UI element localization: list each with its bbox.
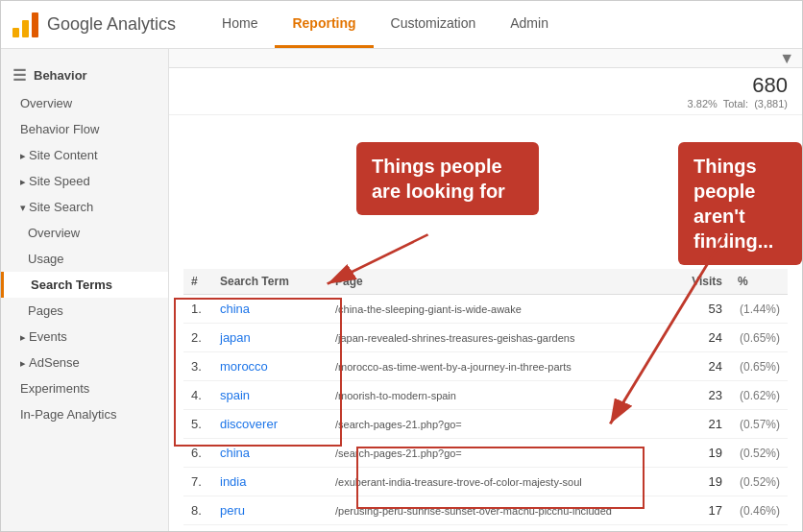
cell-term[interactable]: peru bbox=[212, 496, 328, 525]
header: Google Analytics Home Reporting Customiz… bbox=[1, 1, 802, 49]
cell-num: 5. bbox=[183, 410, 212, 439]
sidebar-section-label: Behavior bbox=[34, 68, 87, 83]
cell-pct: (0.46%) bbox=[730, 496, 788, 525]
cell-num: 3. bbox=[183, 352, 212, 381]
cell-num: 7. bbox=[183, 468, 212, 496]
cell-page: /exuberant-india-treasure-trove-of-color… bbox=[328, 468, 684, 496]
table-row: 3. morocco /morocco-as-time-went-by-a-jo… bbox=[183, 352, 788, 381]
callout-not-finding: Things people aren't finding... bbox=[678, 142, 802, 265]
cell-visits: 24 bbox=[684, 324, 730, 352]
sidebar-item-usage[interactable]: Usage bbox=[1, 246, 168, 272]
sidebar-item-site-content[interactable]: Site Content bbox=[1, 142, 168, 168]
sidebar-item-overview[interactable]: Overview bbox=[1, 90, 168, 116]
cell-visits: 23 bbox=[684, 381, 730, 410]
table-row: 4. spain /moorish-to-modern-spain 23 (0.… bbox=[183, 381, 788, 410]
data-table: # Search Term Page Visits % 1. china /ch… bbox=[183, 269, 788, 525]
cell-term[interactable]: discoverer bbox=[212, 410, 328, 439]
scroll-down-icon: ▼ bbox=[779, 50, 794, 67]
table-area: Things people are looking for Things peo… bbox=[169, 115, 802, 532]
col-page: Page bbox=[328, 269, 684, 295]
cell-term[interactable]: japan bbox=[212, 324, 328, 352]
stats-block: 680 3.82% Total: (3,881) bbox=[688, 73, 788, 109]
table-header-row: # Search Term Page Visits % bbox=[183, 269, 788, 295]
sidebar-item-search-terms[interactable]: Search Terms bbox=[1, 272, 168, 298]
sidebar-item-search-overview[interactable]: Overview bbox=[1, 220, 168, 246]
cell-term[interactable]: india bbox=[212, 468, 328, 496]
sidebar-item-adsense[interactable]: AdSense bbox=[1, 350, 168, 375]
cell-visits: 19 bbox=[684, 468, 730, 496]
sidebar-item-site-search[interactable]: Site Search bbox=[1, 194, 168, 220]
cell-num: 1. bbox=[183, 295, 212, 324]
cell-term[interactable]: china bbox=[212, 295, 328, 324]
logo-icon bbox=[11, 11, 39, 39]
callout-looking-for: Things people are looking for bbox=[356, 142, 539, 215]
svg-rect-1 bbox=[22, 20, 29, 37]
layout: ☰ Behavior Overview Behavior Flow Site C… bbox=[1, 49, 802, 532]
nav-customization[interactable]: Customization bbox=[374, 1, 494, 48]
sidebar-section-behavior: ☰ Behavior Overview Behavior Flow Site C… bbox=[1, 57, 168, 431]
cell-num: 8. bbox=[183, 496, 212, 525]
svg-rect-0 bbox=[12, 28, 19, 37]
sidebar-item-experiments[interactable]: Experiments bbox=[1, 375, 168, 401]
collapse-icon[interactable]: ☰ bbox=[12, 66, 26, 85]
table-row: 2. japan /japan-revealed-shrines-treasur… bbox=[183, 324, 788, 352]
sidebar-item-behavior-flow[interactable]: Behavior Flow bbox=[1, 116, 168, 142]
cell-visits: 24 bbox=[684, 352, 730, 381]
cell-pct: (0.62%) bbox=[730, 381, 788, 410]
cell-page: /japan-revealed-shrines-treasures-geisha… bbox=[328, 324, 684, 352]
cell-page: /search-pages-21.php?go= bbox=[328, 439, 684, 468]
col-search-term: Search Term bbox=[212, 269, 328, 295]
cell-pct: (0.65%) bbox=[730, 324, 788, 352]
logo: Google Analytics bbox=[11, 11, 176, 39]
cell-page: /china-the-sleeping-giant-is-wide-awake bbox=[328, 295, 684, 324]
table-row: 1. china /china-the-sleeping-giant-is-wi… bbox=[183, 295, 788, 324]
scroll-hint: ▼ bbox=[169, 49, 802, 68]
cell-term[interactable]: morocco bbox=[212, 352, 328, 381]
main-content: ▼ 680 3.82% Total: (3,881) Things people… bbox=[169, 49, 802, 532]
table-row: 8. peru /perusing-peru-sunrise-sunset-ov… bbox=[183, 496, 788, 525]
col-visits: Visits bbox=[684, 269, 730, 295]
cell-pct: (0.57%) bbox=[730, 410, 788, 439]
nav-admin[interactable]: Admin bbox=[493, 1, 566, 48]
sidebar-item-inpage-analytics[interactable]: In-Page Analytics bbox=[1, 401, 168, 427]
table-row: 5. discoverer /search-pages-21.php?go= 2… bbox=[183, 410, 788, 439]
stats-row: 680 3.82% Total: (3,881) bbox=[169, 68, 802, 115]
cell-num: 6. bbox=[183, 439, 212, 468]
sidebar-item-events[interactable]: Events bbox=[1, 324, 168, 350]
logo-text: Google Analytics bbox=[47, 14, 176, 35]
cell-num: 4. bbox=[183, 381, 212, 410]
cell-term[interactable]: china bbox=[212, 439, 328, 468]
cell-pct: (0.65%) bbox=[730, 352, 788, 381]
cell-visits: 19 bbox=[684, 439, 730, 468]
sidebar-section-header: ☰ Behavior bbox=[1, 60, 168, 90]
sidebar: ☰ Behavior Overview Behavior Flow Site C… bbox=[1, 49, 169, 532]
cell-page: /morocco-as-time-went-by-a-journey-in-th… bbox=[328, 352, 684, 381]
top-nav: Home Reporting Customization Admin bbox=[205, 1, 566, 48]
table-row: 7. india /exuberant-india-treasure-trove… bbox=[183, 468, 788, 496]
stats-number: 680 bbox=[688, 73, 788, 98]
cell-visits: 53 bbox=[684, 295, 730, 324]
cell-page: /search-pages-21.php?go= bbox=[328, 410, 684, 439]
cell-num: 2. bbox=[183, 324, 212, 352]
cell-page: /perusing-peru-sunrise-sunset-over-machu… bbox=[328, 496, 684, 525]
cell-visits: 21 bbox=[684, 410, 730, 439]
stats-label: 3.82% Total: (3,881) bbox=[688, 98, 788, 109]
svg-rect-2 bbox=[32, 12, 38, 37]
cell-pct: (0.52%) bbox=[730, 468, 788, 496]
sidebar-item-pages[interactable]: Pages bbox=[1, 298, 168, 324]
cell-pct: (0.52%) bbox=[730, 439, 788, 468]
col-pct: % bbox=[730, 269, 788, 295]
table-row: 6. china /search-pages-21.php?go= 19 (0.… bbox=[183, 439, 788, 468]
cell-term[interactable]: spain bbox=[212, 381, 328, 410]
nav-home[interactable]: Home bbox=[205, 1, 275, 48]
col-num: # bbox=[183, 269, 212, 295]
sidebar-item-site-speed[interactable]: Site Speed bbox=[1, 168, 168, 194]
cell-pct: (1.44%) bbox=[730, 295, 788, 324]
cell-page: /moorish-to-modern-spain bbox=[328, 381, 684, 410]
cell-visits: 17 bbox=[684, 496, 730, 525]
nav-reporting[interactable]: Reporting bbox=[275, 1, 373, 48]
